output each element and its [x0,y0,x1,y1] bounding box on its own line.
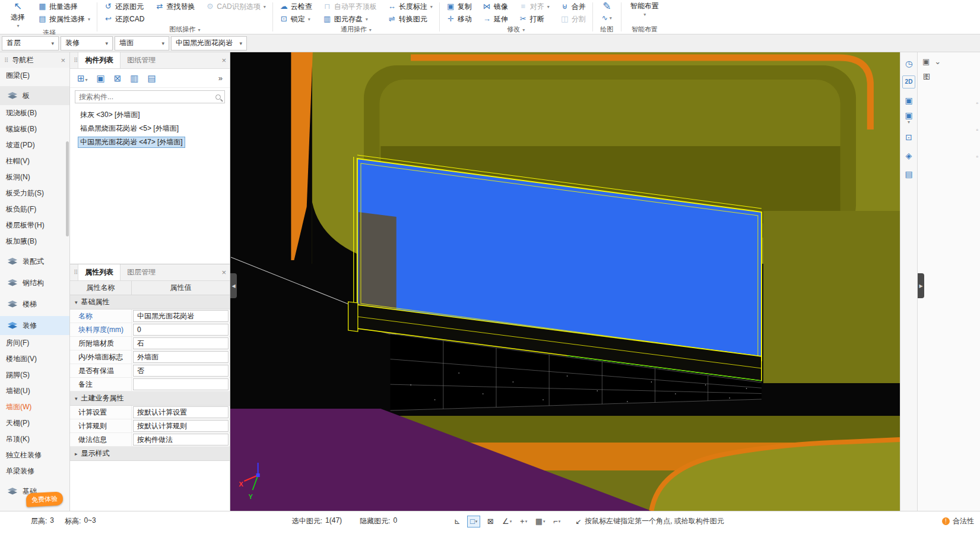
convert-element-button[interactable]: ⇌转换图元 [386,14,434,24]
corner-snap-button[interactable]: ⌐▾ [550,516,563,527]
layers-options-button[interactable]: ▣▾ [902,112,915,125]
nav-item[interactable]: 板加腋(B) [0,233,69,249]
smart-layout-button[interactable]: 智能布置 ▾ [627,1,662,17]
selection-box-mode-button[interactable]: □▾ [467,516,480,527]
category-combo[interactable]: 装修▾ [61,36,113,50]
copy-to-storey-button[interactable]: ▤ [148,73,156,84]
nav-item[interactable]: 现浇板(B) [0,105,69,121]
panel-collapse-handle-left[interactable]: ◀ [230,273,237,298]
panel-edge-icon[interactable]: ▫ [976,100,978,106]
view-settings-button[interactable]: ◈ [902,149,915,162]
component-list-item[interactable]: 抹灰 <30> [外墙面] [70,108,230,122]
cloud-check-button[interactable]: ☁云检查 [278,1,313,12]
close-icon[interactable]: × [61,56,65,65]
property-value-field[interactable]: 中国黑光面花岗岩 [133,310,229,322]
nav-item[interactable]: 柱帽(V) [0,153,69,169]
cross-selection-button[interactable]: ⊠ [484,516,497,527]
nav-item[interactable]: 板受力筋(S) [0,185,69,201]
auto-align-top-slab-button[interactable]: ⊓自动平齐顶板 [322,1,378,12]
merge-button[interactable]: ⊎合并 [559,1,587,12]
panel-collapse-handle-right[interactable]: ▶ [918,273,924,298]
layers-button[interactable]: ▣ [902,94,915,107]
property-value-field[interactable]: 按默认计算设置 [133,406,229,418]
section-civil-business-properties[interactable]: ▾土建业务属性 [70,391,230,406]
drag-grip-icon[interactable]: ⠿ [74,57,78,64]
floor-combo[interactable]: 首层▾ [2,36,59,50]
property-value-field[interactable]: 按默认计算规则 [133,420,229,432]
property-value-field[interactable] [133,378,229,390]
delete-component-button[interactable]: ⊠ [114,73,122,84]
select-button[interactable]: ↖ 选择 ▾ [7,1,28,29]
component-list-item[interactable]: 福鼎黑烧面花岗岩 <5> [外墙面] [70,122,230,135]
panel-edge-icon[interactable]: ▫ [976,127,978,133]
property-value-field[interactable]: 按构件做法 [133,434,229,446]
element-save-button[interactable]: ▥图元存盘▾ [322,14,378,24]
property-value-field[interactable]: 石 [133,337,229,349]
component-combo[interactable]: 中国黑光面花岗岩▾ [171,36,247,50]
element-type-combo[interactable]: 墙面▾ [115,36,169,50]
drag-grip-icon[interactable]: ⠿ [4,57,8,64]
panel-icon[interactable]: ▣ [922,57,930,66]
component-list-item-selected[interactable]: 中国黑光面花岗岩 <47> [外墙面] [70,135,230,149]
extend-button[interactable]: →延伸 [481,14,509,24]
nav-item[interactable]: 楼地面(V) [0,351,69,367]
property-value-field[interactable]: 外墙面 [133,351,229,363]
orbit-view-button[interactable]: ◷ [902,57,915,70]
nav-item[interactable]: 独立柱装修 [0,447,69,463]
nav-item-slab-group[interactable]: 板 [0,86,69,105]
right-angle-mode-button[interactable]: ⊾ [451,516,464,527]
nav-item[interactable]: 踢脚(S) [0,367,69,383]
tab-layer-management[interactable]: 图层管理 [120,264,162,280]
nav-item-prefab-group[interactable]: 装配式 [0,252,69,271]
2d-view-button[interactable]: 2D [902,75,915,89]
draw-tool-button[interactable]: ✎ ∿▾ [598,1,616,23]
section-basic-properties[interactable]: ▾基础属性 [70,295,230,309]
tab-drawing-management[interactable]: 图纸管理 [120,52,162,68]
3d-scene[interactable]: X Y [230,52,900,511]
align-button[interactable]: ≡对齐▾ [518,1,551,12]
mirror-button[interactable]: ⋈镜像 [481,1,509,12]
property-value-field[interactable]: 否 [133,365,229,377]
nav-item[interactable]: 坡道(PD) [0,137,69,153]
cad-recognize-options-button[interactable]: ⚙CAD识别选项▾ [204,1,267,12]
nav-scrollbar[interactable] [66,141,69,236]
nav-item[interactable]: 单梁装修 [0,463,69,479]
copy-to-layer-button[interactable]: ▥ [130,73,138,84]
legality-check[interactable]: ! 合法性 [942,516,974,526]
point-snap-button[interactable]: +▾ [517,516,530,527]
curve-tool-button[interactable]: ∿▾ [602,12,612,23]
nav-item[interactable]: 楼层板带(H) [0,217,69,233]
restore-element-button[interactable]: ↺还原图元 [103,1,145,12]
more-tools-button[interactable]: » [218,74,223,83]
panel-icon[interactable]: ⌄ [934,57,941,66]
nav-item-stairs-group[interactable]: 楼梯 [0,295,69,314]
move-button[interactable]: ✛移动 [445,14,473,24]
break-button[interactable]: ✂打断 [518,14,551,24]
length-annotation-button[interactable]: ↔长度标注▾ [386,1,434,12]
free-trial-badge[interactable]: 免费体验 [26,491,63,507]
display-list-button[interactable]: ▤ [902,168,915,181]
search-input[interactable] [79,93,215,101]
nav-item-decoration-group[interactable]: 装修 [0,316,69,335]
lock-button[interactable]: ⊡锁定▾ [278,14,313,24]
nav-item[interactable]: 墙裙(U) [0,383,69,399]
property-value-field[interactable]: 0 [133,324,229,336]
batch-select-button[interactable]: ▦批量选择 [37,1,91,12]
3d-viewport[interactable]: X Y ◀ [230,52,900,511]
nav-item[interactable]: 房间(F) [0,335,69,351]
close-icon[interactable]: × [221,56,226,65]
panel-edge-icon[interactable]: ▫ [976,153,978,160]
restore-cad-button[interactable]: ↩还原CAD [103,14,145,24]
nav-item[interactable]: 天棚(P) [0,415,69,431]
split-button[interactable]: ◫分割 [559,14,587,24]
copy-component-button[interactable]: ▣ [97,73,105,84]
close-icon[interactable]: × [221,268,226,277]
copy-button[interactable]: ▣复制 [445,1,473,12]
angle-snap-button[interactable]: ∠▾ [500,516,513,527]
zoom-fit-button[interactable]: ⊡ [902,131,915,144]
tab-component-list[interactable]: 构件列表 [78,52,120,68]
nav-item-steel-group[interactable]: 钢结构 [0,273,69,292]
nav-item[interactable]: 板洞(N) [0,169,69,185]
tab-property-list[interactable]: 属性列表 [78,264,120,280]
section-display-style[interactable]: ▸显示样式 [70,447,230,461]
